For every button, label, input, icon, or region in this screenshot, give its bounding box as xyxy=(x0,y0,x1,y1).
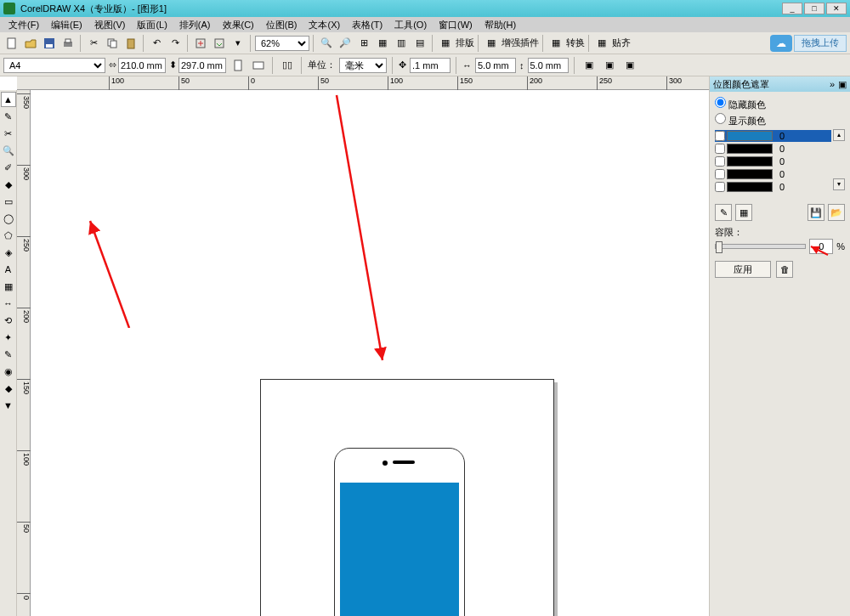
table-tool[interactable]: ▦ xyxy=(1,279,16,294)
zoom-out-button[interactable]: 🔎 xyxy=(337,35,354,52)
new-button[interactable] xyxy=(3,35,20,52)
docker-collapse-icon[interactable]: » xyxy=(830,79,835,90)
enhance-button[interactable]: ▦ xyxy=(483,35,500,52)
edit-color-button[interactable]: ▦ xyxy=(735,204,752,221)
apply-button[interactable]: 应用 xyxy=(715,261,771,278)
dup-y-field[interactable] xyxy=(528,58,569,73)
docker-title-bar[interactable]: 位图颜色遮罩 » ▣ xyxy=(710,76,850,92)
nudge-field[interactable] xyxy=(410,58,450,73)
landscape-button[interactable] xyxy=(250,57,267,74)
crop-tool[interactable]: ✂ xyxy=(1,126,16,141)
eyedropper-tool[interactable]: ✎ xyxy=(1,347,16,362)
mask-row-checkbox[interactable] xyxy=(715,131,725,141)
menu-tools[interactable]: 工具(O) xyxy=(389,18,432,32)
color-mask-row[interactable] xyxy=(715,181,831,193)
rulers-button[interactable]: ▤ xyxy=(411,35,428,52)
zoom-tool[interactable]: 🔍 xyxy=(1,143,16,158)
eyedropper-button[interactable]: ✎ xyxy=(715,204,732,221)
mask-row-swatch[interactable] xyxy=(727,156,773,167)
mask-row-swatch[interactable] xyxy=(727,131,773,141)
rectangle-tool[interactable]: ▭ xyxy=(1,194,16,209)
dynamic-guides-button[interactable]: ▣ xyxy=(621,57,638,74)
mask-row-checkbox[interactable] xyxy=(715,169,725,179)
print-button[interactable] xyxy=(60,35,76,52)
maximize-button[interactable]: □ xyxy=(804,3,824,14)
portrait-button[interactable] xyxy=(230,57,246,74)
mask-row-value[interactable] xyxy=(774,155,790,167)
list-scroll-down[interactable]: ▾ xyxy=(833,178,845,190)
drawing-canvas[interactable] xyxy=(31,90,709,616)
menu-window[interactable]: 窗口(W) xyxy=(434,18,478,32)
menu-effects[interactable]: 效果(C) xyxy=(218,18,259,32)
zoom-in-button[interactable]: 🔍 xyxy=(318,35,335,52)
snap-objects-button[interactable]: ▣ xyxy=(601,57,618,74)
facing-pages-button[interactable]: ▯▯ xyxy=(279,57,296,74)
page-height-field[interactable] xyxy=(178,58,226,73)
pick-tool[interactable]: ▲ xyxy=(1,92,16,107)
basic-shapes-tool[interactable]: ◈ xyxy=(1,245,16,260)
paste-button[interactable] xyxy=(122,35,139,52)
ruler-horizontal[interactable]: 10050050100150200250300 xyxy=(17,76,709,90)
minimize-button[interactable]: _ xyxy=(782,3,802,14)
upload-button[interactable]: 拖拽上传 xyxy=(794,35,847,52)
menu-bitmaps[interactable]: 位图(B) xyxy=(261,18,303,32)
page-size-select[interactable]: A4 xyxy=(3,58,105,73)
mask-row-checkbox[interactable] xyxy=(715,156,725,167)
ellipse-tool[interactable]: ◯ xyxy=(1,211,16,226)
mask-row-value[interactable] xyxy=(774,130,790,142)
page-width-field[interactable] xyxy=(118,58,166,73)
menu-view[interactable]: 视图(V) xyxy=(89,18,131,32)
open-mask-button[interactable]: 📂 xyxy=(828,204,845,221)
phone-shape[interactable] xyxy=(334,448,465,616)
mask-row-value[interactable] xyxy=(774,168,790,180)
mask-row-swatch[interactable] xyxy=(727,144,773,154)
save-mask-button[interactable]: 💾 xyxy=(808,204,824,221)
app-launcher-button[interactable]: ▾ xyxy=(230,35,246,52)
list-scroll-up[interactable]: ▴ xyxy=(833,129,845,141)
mask-row-checkbox[interactable] xyxy=(715,144,725,154)
snap-to-button[interactable]: ▦ xyxy=(593,35,610,52)
units-select[interactable]: 毫米 xyxy=(339,58,387,73)
open-button[interactable] xyxy=(22,35,39,52)
cloud-icon[interactable]: ☁ xyxy=(770,35,792,52)
menu-table[interactable]: 表格(T) xyxy=(347,18,388,32)
snap-button[interactable]: ⊞ xyxy=(355,35,372,52)
smart-fill-tool[interactable]: ◆ xyxy=(1,177,16,192)
copy-button[interactable] xyxy=(104,35,121,52)
treat-as-filled-button[interactable]: ▣ xyxy=(581,57,598,74)
undo-button[interactable]: ↶ xyxy=(148,35,165,52)
redo-button[interactable]: ↷ xyxy=(167,35,184,52)
convert-button[interactable]: ▦ xyxy=(547,35,564,52)
color-mask-row[interactable] xyxy=(715,130,831,142)
fill-tool[interactable]: ◆ xyxy=(1,381,16,396)
polygon-tool[interactable]: ⬠ xyxy=(1,228,16,243)
layout1-button[interactable]: ▦ xyxy=(437,35,454,52)
menu-help[interactable]: 帮助(H) xyxy=(479,18,521,32)
mask-row-checkbox[interactable] xyxy=(715,182,725,192)
shape-tool[interactable]: ✎ xyxy=(1,109,16,124)
color-mask-row[interactable] xyxy=(715,168,831,180)
delete-mask-button[interactable]: 🗑 xyxy=(776,261,793,278)
ruler-vertical[interactable]: 350300250200150100500 xyxy=(17,90,31,616)
export-button[interactable] xyxy=(211,35,228,52)
mask-row-swatch[interactable] xyxy=(727,182,773,192)
cut-button[interactable]: ✂ xyxy=(85,35,102,52)
menu-text[interactable]: 文本(X) xyxy=(303,18,345,32)
guides-button[interactable]: ▥ xyxy=(393,35,410,52)
close-button[interactable]: ✕ xyxy=(826,3,847,14)
interactive-tool[interactable]: ✦ xyxy=(1,330,16,345)
grid-button[interactable]: ▦ xyxy=(374,35,391,52)
show-colors-option[interactable]: 显示颜色 xyxy=(715,113,845,127)
text-tool[interactable]: A xyxy=(1,262,16,277)
dup-x-field[interactable] xyxy=(475,58,516,73)
menu-edit[interactable]: 编辑(E) xyxy=(46,18,88,32)
import-button[interactable] xyxy=(192,35,209,52)
hide-colors-option[interactable]: 隐藏颜色 xyxy=(715,97,845,111)
menu-file[interactable]: 文件(F) xyxy=(3,18,44,32)
docker-close-icon[interactable]: ▣ xyxy=(838,79,847,90)
menu-arrange[interactable]: 排列(A) xyxy=(174,18,216,32)
phone-screen-rect[interactable] xyxy=(340,483,459,616)
mask-row-value[interactable] xyxy=(774,143,790,155)
tolerance-slider[interactable] xyxy=(715,244,806,249)
mask-row-value[interactable] xyxy=(774,181,790,193)
